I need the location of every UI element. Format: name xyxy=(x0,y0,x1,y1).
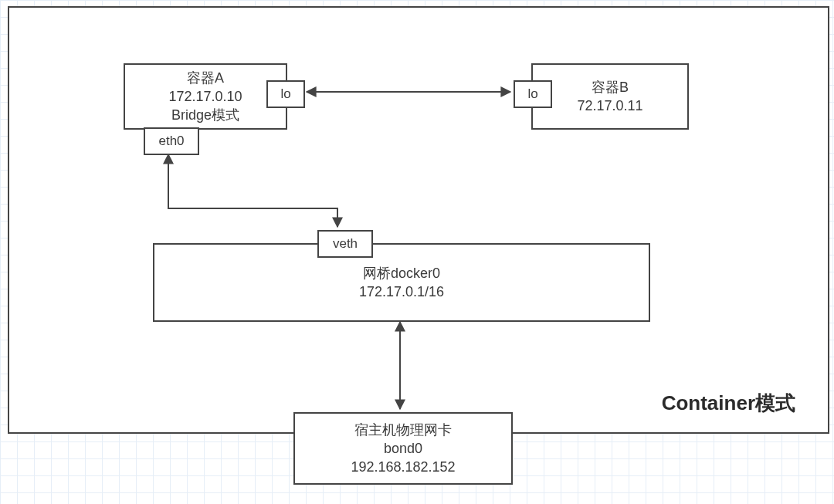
container-a-name: 容器A xyxy=(187,69,224,87)
bridge-veth-port: veth xyxy=(317,230,373,258)
container-a-lo-label: lo xyxy=(280,86,290,102)
host-nic-iface: bond0 xyxy=(384,439,422,458)
host-nic-ip: 192.168.182.152 xyxy=(351,458,455,476)
container-a-ip: 172.17.0.10 xyxy=(168,87,242,106)
diagram-title: Container模式 xyxy=(662,390,795,417)
host-nic-name: 宿主机物理网卡 xyxy=(354,421,452,439)
bridge-veth-label: veth xyxy=(333,236,358,252)
container-b-lo-label: lo xyxy=(527,86,537,102)
bridge-name: 网桥docker0 xyxy=(363,264,440,282)
container-b-ip: 72.17.0.11 xyxy=(577,96,642,115)
bridge-cidr: 172.17.0.1/16 xyxy=(359,282,444,301)
container-b-box: 容器B 72.17.0.11 xyxy=(531,63,689,130)
container-a-lo-port: lo xyxy=(266,80,305,108)
container-a-mode: Bridge模式 xyxy=(171,106,239,124)
container-a-eth0-label: eth0 xyxy=(158,134,184,149)
container-b-name: 容器B xyxy=(592,78,629,96)
container-b-lo-port: lo xyxy=(514,80,552,108)
container-a-eth0-port: eth0 xyxy=(144,127,199,155)
host-nic-box: 宿主机物理网卡 bond0 192.168.182.152 xyxy=(293,412,513,485)
bridge-docker0-box: 网桥docker0 172.17.0.1/16 xyxy=(153,243,650,322)
container-a-box: 容器A 172.17.0.10 Bridge模式 xyxy=(124,63,287,130)
